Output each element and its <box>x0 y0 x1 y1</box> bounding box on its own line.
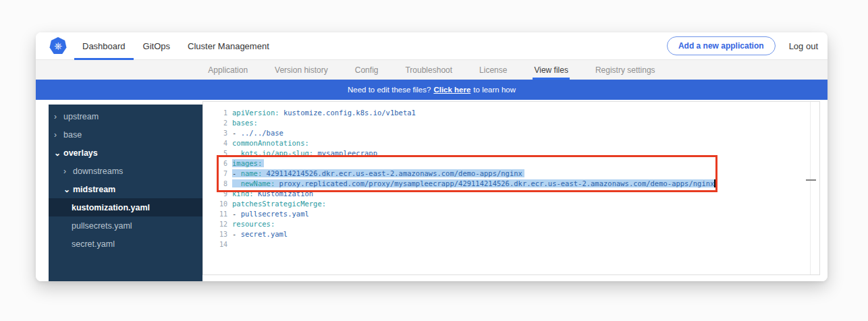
add-new-application-button[interactable]: Add a new application <box>667 36 776 55</box>
tree-item-label: upstream <box>63 112 99 121</box>
chevron-right-icon: › <box>54 132 61 138</box>
text-cursor <box>714 179 715 187</box>
top-nav-bar: ⎈ DashboardGitOpsCluster Management Add … <box>36 32 828 60</box>
code-area: 1apiVersion: kustomize.config.k8s.io/v1b… <box>203 108 807 250</box>
selection-highlight: newName: proxy.replicated.com/proxy/mysa… <box>232 179 717 187</box>
tab-view-files[interactable]: View files <box>533 60 569 80</box>
line-number: 9 <box>203 189 232 199</box>
banner-text-before: Need to edit these files? <box>348 86 431 94</box>
code-line[interactable]: 9kind: Kustomization <box>203 189 807 199</box>
code-line-text: patchesStrategicMerge: <box>232 199 807 209</box>
tab-application[interactable]: Application <box>207 60 249 80</box>
click-here-link[interactable]: Click here <box>433 86 470 94</box>
code-line-text: kind: Kustomization <box>232 189 807 199</box>
tree-item-label: secret.yaml <box>72 239 115 249</box>
code-line[interactable]: 5 kots.io/app-slug: mysampleecrapp <box>203 148 807 158</box>
selection-highlight: - name: 429114214526.dkr.ecr.us-east-2.a… <box>232 169 524 177</box>
chevron-down-icon: ⌄ <box>63 186 70 193</box>
code-line-text: - ../../base <box>232 128 807 138</box>
line-number: 14 <box>203 239 232 250</box>
code-line[interactable]: 12resources: <box>203 219 807 229</box>
chevron-down-icon: ⌄ <box>54 150 61 156</box>
line-number: 2 <box>203 118 232 128</box>
line-number: 10 <box>203 199 232 209</box>
nav-tab-gitops[interactable]: GitOps <box>134 32 179 59</box>
tree-item-label: kustomization.yaml <box>72 203 150 212</box>
code-line-text <box>232 239 807 250</box>
code-line[interactable]: 10patchesStrategicMerge: <box>203 199 807 209</box>
tree-item-upstream[interactable]: ›upstream <box>49 107 202 125</box>
tree-item-kustomization-yaml[interactable]: kustomization.yaml <box>49 198 202 216</box>
tab-license[interactable]: License <box>478 60 508 80</box>
line-number: 5 <box>203 148 232 158</box>
tree-item-secret-yaml[interactable]: secret.yaml <box>49 235 202 253</box>
line-number: 4 <box>203 138 232 148</box>
scrollbar-track <box>810 102 811 274</box>
tree-item-label: base <box>63 130 82 140</box>
tab-registry-settings[interactable]: Registry settings <box>594 60 657 80</box>
line-number: 11 <box>203 209 232 219</box>
code-line-text: - pullsecrets.yaml <box>232 209 807 219</box>
tree-item-label: overlays <box>63 148 98 158</box>
code-line[interactable]: 4commonAnnotations: <box>203 138 807 148</box>
code-line[interactable]: 2bases: <box>203 118 807 128</box>
line-number: 13 <box>203 229 232 239</box>
chevron-right-icon: › <box>54 113 61 120</box>
file-tree-sidebar: ›upstream›base⌄overlays›downstreams⌄mids… <box>49 105 202 281</box>
tree-item-overlays[interactable]: ⌄overlays <box>49 144 202 162</box>
nav-tab-cluster-management[interactable]: Cluster Management <box>179 32 278 59</box>
top-nav-actions: Add a new application Log out <box>667 36 828 55</box>
code-line-text: commonAnnotations: <box>232 138 807 148</box>
code-line[interactable]: 7- name: 429114214526.dkr.ecr.us-east-2.… <box>203 169 807 179</box>
logout-link[interactable]: Log out <box>789 41 818 51</box>
code-line-text: apiVersion: kustomize.config.k8s.io/v1be… <box>232 108 807 118</box>
tree-item-label: pullsecrets.yaml <box>72 221 132 231</box>
tree-item-label: midstream <box>73 185 115 194</box>
code-line-text: images: <box>232 158 807 169</box>
top-nav-tabs: DashboardGitOpsCluster Management <box>74 32 278 59</box>
code-line[interactable]: 1apiVersion: kustomize.config.k8s.io/v1b… <box>203 108 807 118</box>
line-number: 1 <box>203 108 232 118</box>
code-line[interactable]: 13- secret.yaml <box>203 229 807 239</box>
edit-files-banner: Need to edit these files? Click here to … <box>36 80 828 100</box>
scrollbar-thumb[interactable] <box>806 179 816 181</box>
tree-item-base[interactable]: ›base <box>49 125 202 144</box>
code-line[interactable]: 11- pullsecrets.yaml <box>203 209 807 219</box>
code-line[interactable]: 14 <box>203 239 807 250</box>
line-number: 8 <box>203 179 232 189</box>
code-line[interactable]: 6images: <box>203 158 807 169</box>
tree-item-midstream[interactable]: ⌄midstream <box>49 180 202 198</box>
nav-tab-dashboard[interactable]: Dashboard <box>74 32 134 59</box>
banner-text-after: to learn how <box>473 86 516 94</box>
line-number: 6 <box>203 158 232 169</box>
selection-highlight: images: <box>232 159 264 167</box>
tab-troubleshoot[interactable]: Troubleshoot <box>404 60 454 80</box>
chevron-right-icon: › <box>63 168 70 175</box>
code-line-text: - secret.yaml <box>232 229 807 239</box>
admin-console-window: ⎈ DashboardGitOpsCluster Management Add … <box>36 32 828 281</box>
view-files-content: ›upstream›base⌄overlays›downstreams⌄mids… <box>36 100 828 281</box>
tab-version-history[interactable]: Version history <box>273 60 329 80</box>
code-line-text: kots.io/app-slug: mysampleecrapp <box>232 148 807 158</box>
line-number: 7 <box>203 169 232 179</box>
code-line[interactable]: 8 newName: proxy.replicated.com/proxy/my… <box>203 179 807 189</box>
code-line[interactable]: 3- ../../base <box>203 128 807 138</box>
code-line-text: resources: <box>232 219 807 229</box>
kubernetes-logo-icon: ⎈ <box>49 37 67 55</box>
tree-item-label: downstreams <box>73 167 123 176</box>
code-line-text: bases: <box>232 118 807 128</box>
line-number: 12 <box>203 219 232 229</box>
code-line-text: newName: proxy.replicated.com/proxy/mysa… <box>232 179 807 189</box>
tree-item-downstreams[interactable]: ›downstreams <box>49 162 202 180</box>
tab-config[interactable]: Config <box>354 60 380 80</box>
tree-item-pullsecrets-yaml[interactable]: pullsecrets.yaml <box>49 216 202 235</box>
code-line-text: - name: 429114214526.dkr.ecr.us-east-2.a… <box>232 169 807 179</box>
yaml-editor[interactable]: 1apiVersion: kustomize.config.k8s.io/v1b… <box>202 101 820 275</box>
app-tab-bar: ApplicationVersion historyConfigTroubles… <box>36 60 828 80</box>
line-number: 3 <box>203 128 232 138</box>
